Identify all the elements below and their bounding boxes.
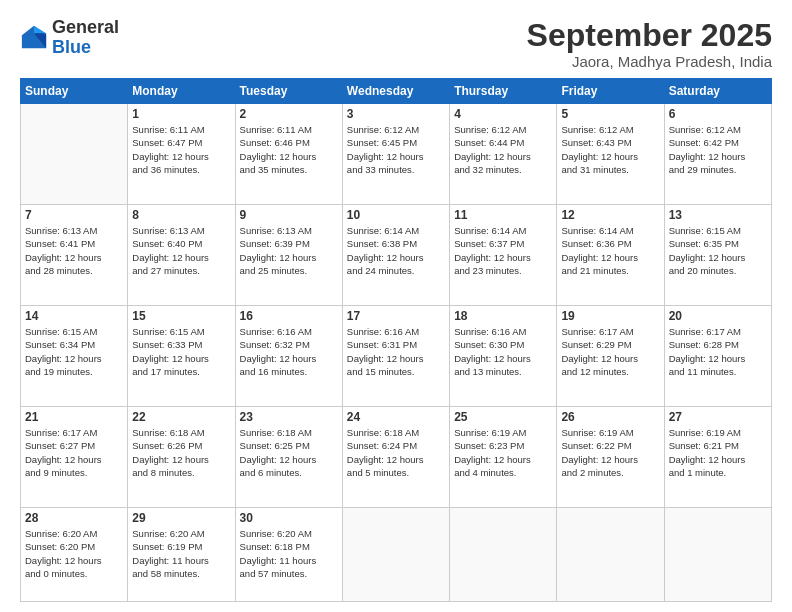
day-number: 18 — [454, 309, 552, 323]
day-number: 29 — [132, 511, 230, 525]
cell-info: Sunrise: 6:14 AM Sunset: 6:37 PM Dayligh… — [454, 224, 552, 277]
location: Jaora, Madhya Pradesh, India — [527, 53, 772, 70]
day-number: 15 — [132, 309, 230, 323]
calendar-cell: 20Sunrise: 6:17 AM Sunset: 6:28 PM Dayli… — [664, 306, 771, 407]
calendar-cell: 22Sunrise: 6:18 AM Sunset: 6:26 PM Dayli… — [128, 407, 235, 508]
calendar-cell: 9Sunrise: 6:13 AM Sunset: 6:39 PM Daylig… — [235, 205, 342, 306]
calendar-cell: 13Sunrise: 6:15 AM Sunset: 6:35 PM Dayli… — [664, 205, 771, 306]
cell-info: Sunrise: 6:17 AM Sunset: 6:28 PM Dayligh… — [669, 325, 767, 378]
day-number: 2 — [240, 107, 338, 121]
title-block: September 2025 Jaora, Madhya Pradesh, In… — [527, 18, 772, 70]
calendar-cell: 2Sunrise: 6:11 AM Sunset: 6:46 PM Daylig… — [235, 104, 342, 205]
cell-info: Sunrise: 6:14 AM Sunset: 6:36 PM Dayligh… — [561, 224, 659, 277]
calendar-cell: 18Sunrise: 6:16 AM Sunset: 6:30 PM Dayli… — [450, 306, 557, 407]
day-number: 10 — [347, 208, 445, 222]
cell-info: Sunrise: 6:18 AM Sunset: 6:26 PM Dayligh… — [132, 426, 230, 479]
cell-info: Sunrise: 6:17 AM Sunset: 6:29 PM Dayligh… — [561, 325, 659, 378]
day-header-monday: Monday — [128, 79, 235, 104]
day-number: 24 — [347, 410, 445, 424]
calendar-cell: 30Sunrise: 6:20 AM Sunset: 6:18 PM Dayli… — [235, 508, 342, 602]
day-number: 14 — [25, 309, 123, 323]
calendar-cell: 26Sunrise: 6:19 AM Sunset: 6:22 PM Dayli… — [557, 407, 664, 508]
calendar-cell: 24Sunrise: 6:18 AM Sunset: 6:24 PM Dayli… — [342, 407, 449, 508]
calendar-cell: 16Sunrise: 6:16 AM Sunset: 6:32 PM Dayli… — [235, 306, 342, 407]
calendar-cell: 15Sunrise: 6:15 AM Sunset: 6:33 PM Dayli… — [128, 306, 235, 407]
page: General Blue September 2025 Jaora, Madhy… — [0, 0, 792, 612]
cell-info: Sunrise: 6:15 AM Sunset: 6:35 PM Dayligh… — [669, 224, 767, 277]
day-number: 30 — [240, 511, 338, 525]
day-number: 12 — [561, 208, 659, 222]
cell-info: Sunrise: 6:13 AM Sunset: 6:41 PM Dayligh… — [25, 224, 123, 277]
day-number: 27 — [669, 410, 767, 424]
cell-info: Sunrise: 6:20 AM Sunset: 6:20 PM Dayligh… — [25, 527, 123, 580]
day-number: 3 — [347, 107, 445, 121]
cell-info: Sunrise: 6:18 AM Sunset: 6:24 PM Dayligh… — [347, 426, 445, 479]
cell-info: Sunrise: 6:16 AM Sunset: 6:31 PM Dayligh… — [347, 325, 445, 378]
calendar-cell: 25Sunrise: 6:19 AM Sunset: 6:23 PM Dayli… — [450, 407, 557, 508]
day-number: 4 — [454, 107, 552, 121]
day-number: 13 — [669, 208, 767, 222]
calendar-cell — [557, 508, 664, 602]
calendar-cell: 27Sunrise: 6:19 AM Sunset: 6:21 PM Dayli… — [664, 407, 771, 508]
cell-info: Sunrise: 6:13 AM Sunset: 6:40 PM Dayligh… — [132, 224, 230, 277]
day-header-wednesday: Wednesday — [342, 79, 449, 104]
calendar-cell: 19Sunrise: 6:17 AM Sunset: 6:29 PM Dayli… — [557, 306, 664, 407]
calendar-cell: 28Sunrise: 6:20 AM Sunset: 6:20 PM Dayli… — [21, 508, 128, 602]
calendar-week-row: 7Sunrise: 6:13 AM Sunset: 6:41 PM Daylig… — [21, 205, 772, 306]
svg-marker-1 — [34, 26, 46, 33]
cell-info: Sunrise: 6:19 AM Sunset: 6:23 PM Dayligh… — [454, 426, 552, 479]
calendar-week-row: 21Sunrise: 6:17 AM Sunset: 6:27 PM Dayli… — [21, 407, 772, 508]
calendar-cell: 8Sunrise: 6:13 AM Sunset: 6:40 PM Daylig… — [128, 205, 235, 306]
logo-icon — [20, 24, 48, 52]
cell-info: Sunrise: 6:11 AM Sunset: 6:47 PM Dayligh… — [132, 123, 230, 176]
calendar-cell: 1Sunrise: 6:11 AM Sunset: 6:47 PM Daylig… — [128, 104, 235, 205]
calendar: SundayMondayTuesdayWednesdayThursdayFrid… — [20, 78, 772, 602]
calendar-week-row: 28Sunrise: 6:20 AM Sunset: 6:20 PM Dayli… — [21, 508, 772, 602]
cell-info: Sunrise: 6:16 AM Sunset: 6:32 PM Dayligh… — [240, 325, 338, 378]
calendar-cell: 23Sunrise: 6:18 AM Sunset: 6:25 PM Dayli… — [235, 407, 342, 508]
day-number: 28 — [25, 511, 123, 525]
cell-info: Sunrise: 6:20 AM Sunset: 6:19 PM Dayligh… — [132, 527, 230, 580]
cell-info: Sunrise: 6:16 AM Sunset: 6:30 PM Dayligh… — [454, 325, 552, 378]
calendar-cell: 4Sunrise: 6:12 AM Sunset: 6:44 PM Daylig… — [450, 104, 557, 205]
day-number: 26 — [561, 410, 659, 424]
cell-info: Sunrise: 6:20 AM Sunset: 6:18 PM Dayligh… — [240, 527, 338, 580]
day-header-thursday: Thursday — [450, 79, 557, 104]
cell-info: Sunrise: 6:15 AM Sunset: 6:34 PM Dayligh… — [25, 325, 123, 378]
calendar-week-row: 14Sunrise: 6:15 AM Sunset: 6:34 PM Dayli… — [21, 306, 772, 407]
calendar-cell: 21Sunrise: 6:17 AM Sunset: 6:27 PM Dayli… — [21, 407, 128, 508]
day-number: 1 — [132, 107, 230, 121]
cell-info: Sunrise: 6:12 AM Sunset: 6:42 PM Dayligh… — [669, 123, 767, 176]
day-number: 17 — [347, 309, 445, 323]
cell-info: Sunrise: 6:12 AM Sunset: 6:45 PM Dayligh… — [347, 123, 445, 176]
month-title: September 2025 — [527, 18, 772, 53]
day-number: 23 — [240, 410, 338, 424]
logo-general-text: General — [52, 18, 119, 38]
calendar-cell: 29Sunrise: 6:20 AM Sunset: 6:19 PM Dayli… — [128, 508, 235, 602]
day-number: 22 — [132, 410, 230, 424]
calendar-cell: 12Sunrise: 6:14 AM Sunset: 6:36 PM Dayli… — [557, 205, 664, 306]
calendar-cell — [450, 508, 557, 602]
day-header-saturday: Saturday — [664, 79, 771, 104]
calendar-cell: 14Sunrise: 6:15 AM Sunset: 6:34 PM Dayli… — [21, 306, 128, 407]
day-number: 6 — [669, 107, 767, 121]
calendar-cell — [21, 104, 128, 205]
calendar-cell: 11Sunrise: 6:14 AM Sunset: 6:37 PM Dayli… — [450, 205, 557, 306]
header: General Blue September 2025 Jaora, Madhy… — [20, 18, 772, 70]
day-number: 19 — [561, 309, 659, 323]
logo-text: General Blue — [52, 18, 119, 58]
day-number: 7 — [25, 208, 123, 222]
cell-info: Sunrise: 6:12 AM Sunset: 6:44 PM Dayligh… — [454, 123, 552, 176]
day-header-tuesday: Tuesday — [235, 79, 342, 104]
day-header-friday: Friday — [557, 79, 664, 104]
calendar-cell: 3Sunrise: 6:12 AM Sunset: 6:45 PM Daylig… — [342, 104, 449, 205]
calendar-cell: 7Sunrise: 6:13 AM Sunset: 6:41 PM Daylig… — [21, 205, 128, 306]
day-number: 21 — [25, 410, 123, 424]
cell-info: Sunrise: 6:14 AM Sunset: 6:38 PM Dayligh… — [347, 224, 445, 277]
calendar-header-row: SundayMondayTuesdayWednesdayThursdayFrid… — [21, 79, 772, 104]
calendar-cell — [342, 508, 449, 602]
day-number: 11 — [454, 208, 552, 222]
logo: General Blue — [20, 18, 119, 58]
cell-info: Sunrise: 6:11 AM Sunset: 6:46 PM Dayligh… — [240, 123, 338, 176]
calendar-week-row: 1Sunrise: 6:11 AM Sunset: 6:47 PM Daylig… — [21, 104, 772, 205]
